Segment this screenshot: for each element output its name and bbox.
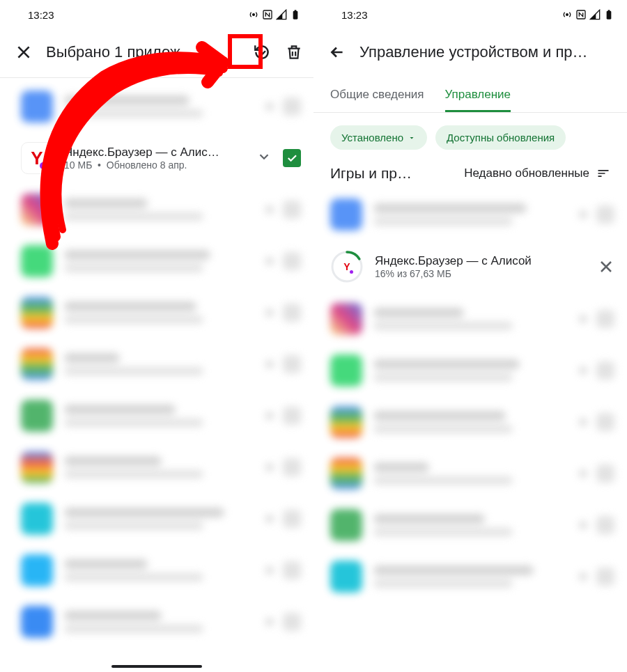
app-list: Яндекс.Браузер — с Алисой 16% из 67,63 М… — [314, 186, 627, 605]
app-bar: Управление устройством и пр… — [314, 26, 627, 78]
list-item — [0, 390, 314, 442]
list-item-yandex-downloading[interactable]: Яндекс.Браузер — с Алисой 16% из 67,63 М… — [314, 240, 627, 293]
tab-overview[interactable]: Общие сведения — [330, 88, 424, 112]
screenshot-left: 13:23 Выбрано 1 прилож… — [0, 0, 314, 672]
list-item — [0, 493, 314, 545]
list-item — [0, 287, 314, 338]
check-icon — [286, 152, 298, 164]
chip-installed[interactable]: Установлено — [330, 125, 427, 150]
hotspot-icon — [248, 9, 259, 20]
chip-updates-available[interactable]: Доступны обновления — [435, 125, 566, 150]
status-icons — [562, 9, 614, 20]
close-icon — [598, 258, 614, 275]
yandex-icon — [339, 258, 355, 275]
chip-updates-label: Доступны обновления — [447, 132, 555, 143]
svg-rect-2 — [293, 11, 298, 19]
sort-icon — [596, 166, 610, 180]
trash-icon — [285, 43, 303, 61]
list-item — [0, 338, 314, 390]
status-bar: 13:23 — [314, 0, 627, 26]
download-progress-ring — [330, 250, 364, 283]
annotation-highlight-box — [228, 34, 263, 69]
svg-rect-6 — [607, 11, 612, 19]
filter-chips: Установлено Доступны обновления — [314, 113, 627, 155]
chevron-down-icon — [256, 149, 272, 164]
status-time: 13:23 — [28, 9, 54, 21]
list-item — [0, 545, 314, 596]
battery-icon — [290, 9, 301, 20]
hotspot-icon — [562, 9, 573, 20]
selection-checkbox[interactable] — [283, 149, 301, 167]
section-title: Игры и пр… — [330, 165, 412, 182]
status-bar: 13:23 — [0, 0, 314, 26]
list-item — [314, 189, 627, 240]
arrow-left-icon — [328, 43, 346, 61]
app-name: Яндекс.Браузер — с Алисой — [375, 254, 587, 268]
sort-button[interactable]: Недавно обновленные — [464, 166, 610, 180]
battery-icon — [603, 9, 614, 20]
home-indicator[interactable] — [111, 665, 202, 668]
nfc-icon — [575, 9, 587, 20]
expand-button[interactable] — [256, 149, 272, 167]
signal-4g-icon — [589, 9, 601, 20]
annotation-arrow — [14, 35, 244, 258]
status-time: 13:23 — [341, 9, 368, 21]
svg-point-4 — [566, 14, 568, 16]
list-item — [0, 596, 314, 648]
cancel-download-button[interactable] — [598, 258, 614, 275]
svg-rect-3 — [295, 10, 297, 11]
tab-manage[interactable]: Управление — [445, 88, 511, 112]
back-button[interactable] — [327, 42, 347, 62]
sort-label: Недавно обновленные — [464, 166, 589, 180]
delete-button[interactable] — [284, 42, 304, 62]
svg-point-0 — [253, 14, 255, 16]
section-header: Игры и пр… Недавно обновленные — [314, 155, 627, 186]
list-item — [314, 448, 627, 499]
nfc-icon — [262, 9, 273, 20]
list-item — [314, 396, 627, 448]
status-icons — [248, 9, 301, 20]
screenshot-right: 13:23 Управление устройством и пр… Общие… — [314, 0, 627, 672]
tabs: Общие сведения Управление — [314, 78, 627, 113]
list-item — [314, 293, 627, 345]
chip-installed-label: Установлено — [341, 132, 403, 143]
list-item — [314, 499, 627, 551]
caret-down-icon — [408, 134, 416, 142]
signal-4g-icon — [276, 9, 287, 20]
download-progress-text: 16% из 67,63 МБ — [375, 268, 587, 279]
list-item — [314, 551, 627, 602]
list-item — [0, 442, 314, 493]
svg-rect-7 — [608, 10, 610, 11]
page-title: Управление устройством и пр… — [359, 43, 617, 61]
list-item — [314, 345, 627, 396]
